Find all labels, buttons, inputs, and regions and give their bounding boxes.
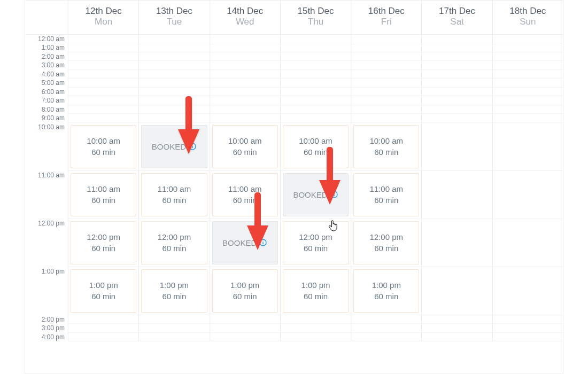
- info-icon[interactable]: [330, 190, 338, 199]
- slot-duration: 60 min: [162, 196, 186, 205]
- slot[interactable]: 12:00 pm 60 min: [283, 221, 349, 264]
- calendar-header-row: 12th Dec Mon 13th Dec Tue 14th Dec Wed 1…: [25, 1, 563, 35]
- svg-point-2: [192, 145, 192, 145]
- day-dow: Fri: [353, 17, 419, 27]
- day-header-sun: 18th Dec Sun: [492, 1, 563, 34]
- day-dow: Tue: [141, 17, 207, 27]
- day-date: 16th Dec: [353, 6, 419, 17]
- day-header-fri: 16th Dec Fri: [351, 1, 421, 34]
- time-label: 12:00 pm: [25, 219, 68, 267]
- day-col-thu: 10:00 am 60 min BOOKED 12:00 pm 60 min: [280, 35, 351, 342]
- slot-duration: 60 min: [233, 196, 257, 205]
- slot-duration: 60 min: [91, 292, 115, 301]
- slot[interactable]: 1:00 pm 60 min: [283, 269, 349, 313]
- svg-point-5: [263, 241, 264, 241]
- slot-time: 10:00 am: [370, 136, 404, 145]
- slot[interactable]: 1:00 pm 60 min: [353, 269, 419, 313]
- day-dow: Sat: [424, 17, 490, 27]
- slot-time: 11:00 am: [158, 184, 191, 193]
- slot[interactable]: 10:00 am 60 min: [283, 125, 349, 168]
- booked-label: BOOKED: [293, 190, 327, 199]
- time-label: 4:00 pm: [25, 333, 68, 342]
- slot[interactable]: 12:00 pm 60 min: [353, 221, 419, 264]
- slot-duration: 60 min: [162, 244, 186, 253]
- day-header-mon: 12th Dec Mon: [68, 1, 138, 34]
- day-dow: Mon: [71, 17, 136, 27]
- slot-duration: 60 min: [91, 196, 115, 205]
- slot-booked[interactable]: BOOKED: [283, 173, 349, 216]
- slot-booked[interactable]: BOOKED: [141, 125, 207, 168]
- slot[interactable]: 10:00 am 60 min: [212, 125, 278, 168]
- slot-duration: 60 min: [91, 147, 115, 157]
- day-col-sat: [421, 35, 492, 342]
- day-header-sat: 17th Dec Sat: [421, 1, 492, 34]
- calendar-scroll[interactable]: 12:00 am 1:00 am 2:00 am 3:00 am 4:00 am…: [25, 35, 563, 373]
- slot[interactable]: 10:00 am 60 min: [353, 125, 419, 168]
- booked-label: BOOKED: [152, 142, 186, 151]
- day-header-thu: 15th Dec Thu: [280, 1, 351, 34]
- day-dow: Wed: [212, 17, 278, 27]
- day-col-wed: 10:00 am 60 min 11:00 am 60 min BOOKED: [210, 35, 280, 342]
- calendar-grid: 12:00 am 1:00 am 2:00 am 3:00 am 4:00 am…: [25, 35, 563, 342]
- time-label: 3:00 pm: [25, 324, 68, 333]
- day-date: 15th Dec: [283, 6, 349, 17]
- slot-duration: 60 min: [91, 244, 115, 253]
- slot-time: 1:00 pm: [230, 280, 259, 290]
- time-label: 2:00 pm: [25, 315, 68, 324]
- info-icon[interactable]: [259, 238, 267, 247]
- slot[interactable]: 12:00 pm 60 min: [71, 221, 136, 264]
- slot-duration: 60 min: [374, 147, 398, 157]
- slot[interactable]: 11:00 am 60 min: [212, 173, 278, 216]
- day-col-tue: BOOKED 11:00 am 60 min 12:00 pm 60 min 1…: [138, 35, 209, 342]
- header-time-spacer: [25, 1, 68, 34]
- slot[interactable]: 1:00 pm 60 min: [212, 269, 278, 313]
- slot-time: 12:00 pm: [87, 232, 120, 241]
- day-dow: Sun: [495, 17, 561, 27]
- time-label: 7:00 am: [25, 96, 68, 105]
- day-col-sun: [492, 35, 563, 342]
- time-label: 5:00 am: [25, 79, 68, 88]
- slot[interactable]: 11:00 am 60 min: [141, 173, 207, 216]
- slot-time: 10:00 am: [228, 136, 262, 145]
- day-date: 14th Dec: [212, 6, 278, 17]
- slot[interactable]: 12:00 pm 60 min: [141, 221, 207, 264]
- slot-time: 11:00 am: [87, 184, 120, 193]
- booked-label: BOOKED: [222, 238, 257, 247]
- slot-time: 12:00 pm: [370, 232, 404, 241]
- slot-time: 1:00 pm: [160, 280, 189, 290]
- day-date: 17th Dec: [424, 6, 490, 17]
- slot-duration: 60 min: [304, 292, 328, 301]
- slot[interactable]: 10:00 am 60 min: [71, 125, 136, 168]
- slot-duration: 60 min: [374, 244, 398, 253]
- slot-time: 1:00 pm: [372, 280, 401, 290]
- time-label: 11:00 am: [25, 171, 68, 219]
- slot[interactable]: 1:00 pm 60 min: [141, 269, 207, 313]
- calendar: 12th Dec Mon 13th Dec Tue 14th Dec Wed 1…: [25, 0, 563, 374]
- slot-time: 11:00 am: [370, 184, 404, 193]
- day-date: 13th Dec: [141, 6, 207, 17]
- slot-time: 12:00 pm: [158, 232, 191, 241]
- time-label: 6:00 am: [25, 88, 68, 97]
- slot-time: 1:00 pm: [301, 280, 330, 290]
- info-icon[interactable]: [188, 142, 197, 151]
- svg-point-8: [334, 193, 334, 193]
- slot[interactable]: 1:00 pm 60 min: [71, 269, 136, 313]
- time-label: 3:00 am: [25, 61, 68, 70]
- time-label: 1:00 am: [25, 43, 68, 52]
- slot-duration: 60 min: [304, 244, 328, 253]
- slot-duration: 60 min: [374, 196, 398, 205]
- time-label: 10:00 am: [25, 123, 68, 171]
- day-date: 18th Dec: [495, 6, 561, 17]
- slot-duration: 60 min: [304, 147, 328, 157]
- time-label: 4:00 am: [25, 70, 68, 79]
- slot-time: 10:00 am: [299, 136, 332, 145]
- time-label: 1:00 pm: [25, 267, 68, 315]
- day-header-tue: 13th Dec Tue: [138, 1, 209, 34]
- slot-time: 1:00 pm: [89, 280, 118, 290]
- slot[interactable]: 11:00 am 60 min: [353, 173, 419, 216]
- time-label: 2:00 am: [25, 52, 68, 61]
- slot[interactable]: 11:00 am 60 min: [71, 173, 136, 216]
- day-col-fri: 10:00 am 60 min 11:00 am 60 min 12:00 pm…: [351, 35, 421, 342]
- slot-booked[interactable]: BOOKED: [212, 221, 278, 264]
- slot-duration: 60 min: [233, 292, 257, 301]
